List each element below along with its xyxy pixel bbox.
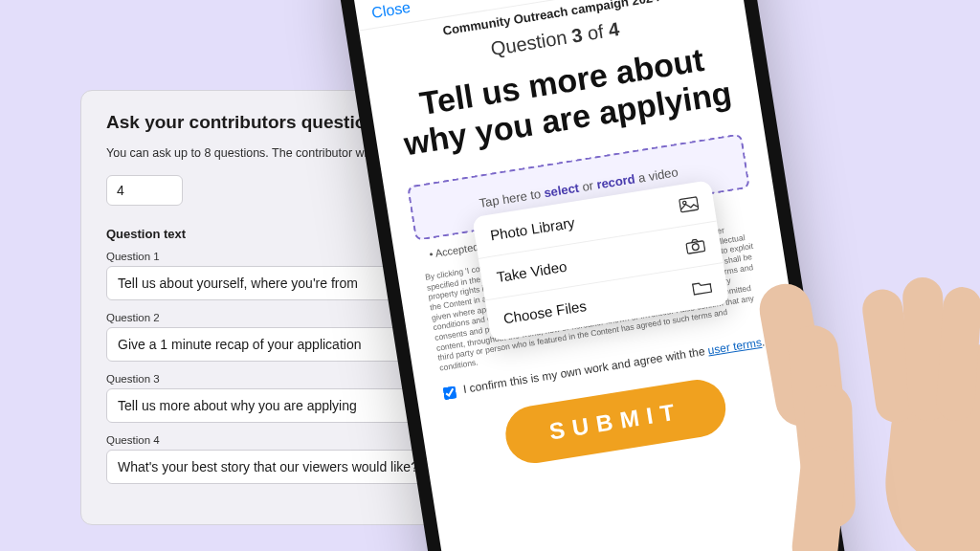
dropzone-part: record <box>595 172 635 192</box>
sheet-item-label: Take Video <box>496 258 568 285</box>
svg-point-3 <box>692 243 700 251</box>
question-count-input[interactable] <box>106 175 183 206</box>
folder-icon <box>691 278 712 297</box>
close-button[interactable]: Close <box>370 0 412 22</box>
progress-sep: of <box>581 20 611 45</box>
svg-rect-0 <box>679 196 699 211</box>
camera-icon <box>684 236 705 254</box>
dropzone-part: select <box>543 181 580 201</box>
dropzone-part: a video <box>634 165 679 186</box>
dropzone-part: or <box>578 178 598 195</box>
sheet-item-label: Choose Files <box>502 298 588 326</box>
phone-screen: 🔒 upl… ‹ The Guardi… Close Community Out… <box>345 0 852 551</box>
progress-total: 4 <box>607 18 620 40</box>
svg-rect-2 <box>686 240 705 253</box>
confirm-checkbox[interactable] <box>443 386 457 401</box>
photo-library-icon <box>679 195 700 213</box>
user-terms-link[interactable]: user terms <box>707 336 763 358</box>
sheet-item-label: Photo Library <box>489 214 576 244</box>
